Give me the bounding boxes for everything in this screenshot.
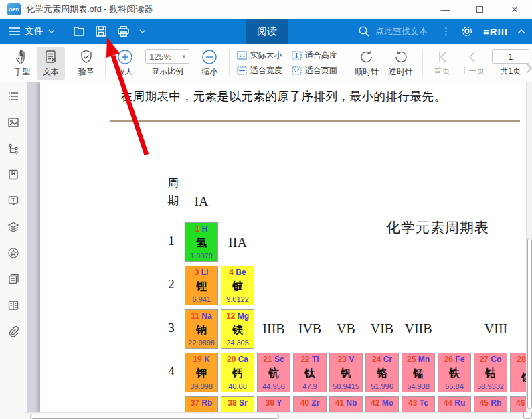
element-symbol: Tc [417,398,428,408]
thumbnails-icon[interactable] [7,116,19,129]
search-input[interactable]: 点此查找文本 [358,25,428,37]
atomic-mass: 51.996 [371,382,393,390]
horizontal-rule [110,120,520,122]
collapse-toolbar-icon[interactable] [517,29,525,34]
close-button[interactable]: ✕ [497,0,532,19]
atomic-mass: 6.941 [192,295,211,303]
element-symbol: V [347,355,354,364]
element-cell-Rb: 37 Rb铷 [185,396,218,412]
element-cell-Tc: 43 Tc锝 [402,396,435,412]
bookmark-icon[interactable] [7,169,19,181]
element-cell-Nb: 41 Nb铌 [329,396,363,412]
seal-star-icon[interactable] [7,247,19,259]
group-label-vb: VB [329,321,363,337]
element-symbol: Sc [272,355,284,364]
attachment-clip-icon[interactable] [7,325,19,337]
book-columns-icon[interactable] [7,299,19,311]
tab-read[interactable]: 阅读 [246,19,288,44]
next-page-icon[interactable] [524,61,532,76]
fit-page-button[interactable]: 适合页面 [292,65,337,76]
minimize-button[interactable]: — [428,0,462,19]
horizontal-scrollbar[interactable] [25,412,523,419]
navigation-sidebar [0,82,27,419]
element-symbol: Cr [381,355,392,364]
text-tool-button[interactable]: 文本 [37,47,66,80]
element-symbol: Co [489,355,501,364]
layers-icon[interactable] [7,221,19,233]
group-label-ia: IA [185,194,218,210]
file-menu-label: 文件 [25,25,43,37]
element-cell-Mo: 42 Mo钼 [365,396,399,412]
element-cell-Fe: 26 Fe铁55.84 [438,353,471,392]
element-symbol: Ca [236,355,248,364]
maximize-icon [476,6,483,13]
element-symbol: H [199,224,207,234]
element-name: 锰 [413,368,424,379]
semantic-tree-icon[interactable] [7,143,19,155]
element-name: 钛 [304,368,315,379]
file-menu-button[interactable]: 文件 [9,25,55,37]
outline-list-icon[interactable] [7,90,19,102]
atomic-number: 40 [300,398,309,408]
element-name: 镁 [232,325,243,335]
atomic-mass: 55.84 [445,382,464,390]
page-total: 共1页 [500,66,521,77]
fit-height-button[interactable]: 适合高度 [292,50,337,61]
print-icon[interactable] [116,25,130,38]
document-page: 在周期表中，元素是以元素的原子序排列，最小的排行最先。 周期 IA IIA II… [40,82,527,412]
verify-seal-button[interactable]: 验章 [72,47,100,80]
svg-text:1:1: 1:1 [239,53,245,58]
prev-page-icon [466,50,479,64]
annotation-icon[interactable] [7,195,19,207]
element-cell-Na: 11 Na钠22.9898 [185,309,218,349]
vertical-scrollbar[interactable] [526,82,532,412]
chevron-down-icon [48,29,55,33]
element-symbol: Ru [452,398,465,408]
open-folder-icon[interactable] [72,25,86,38]
fit-width-button[interactable]: 适合宽度 [237,65,282,76]
element-cell-Pd: 46 Pd钯 [510,396,527,412]
atomic-mass: 39.098 [190,382,213,390]
save-icon[interactable] [94,25,108,38]
group-label-iia: IIA [221,235,254,250]
zoom-out-button[interactable]: 缩小 [195,47,224,80]
group-label-vib: VIB [365,321,399,337]
more-options-icon[interactable]: ⋮ [441,25,451,37]
fit-height-icon [292,51,302,60]
atomic-number: 4 [229,268,234,277]
prev-page-button[interactable]: 上一页 [456,48,489,79]
element-symbol: Na [199,311,212,321]
atomic-number: 27 [480,355,489,364]
period-label: 周期 [167,174,182,210]
window-title: 化学元素周期表.ofd - 数科阅读器 [26,3,153,15]
rotate-clockwise-icon [359,49,375,65]
atomic-number: 12 [226,311,235,321]
element-cell-V: 23 V钒50.9415 [329,353,363,392]
rotate-counterclockwise-icon [393,49,409,65]
print-options-chevron-icon[interactable] [139,29,146,33]
zoom-in-button[interactable]: 放大 [110,47,139,80]
page-copies-icon[interactable] [7,273,19,285]
atomic-number: 26 [444,355,453,364]
rotate-clockwise-button[interactable]: 顺时针 [350,47,384,80]
atomic-number: 11 [191,311,199,321]
settings-gear-icon[interactable] [460,25,474,38]
horizontal-scrollbar-thumb[interactable] [30,414,279,419]
document-viewport[interactable]: 在周期表中，元素是以元素的原子序排列，最小的排行最先。 周期 IA IIA II… [27,82,532,412]
group-label-viii: VIII [472,321,519,337]
maximize-button[interactable] [462,0,497,19]
element-cell-Sr: 38 Sr锶 [221,396,254,412]
rotate-counterclockwise-button[interactable]: 逆时针 [383,47,418,80]
hand-tool-button[interactable]: 手型 [8,47,37,80]
actual-size-button[interactable]: 1:1 实际大小 [237,50,282,61]
element-name: 氢 [196,238,207,248]
atomic-mass: 24.305 [226,339,249,347]
atomic-number: 28 [517,355,526,364]
first-page-button[interactable]: 首页 [428,48,456,79]
vertical-scrollbar-thumb[interactable] [527,238,532,409]
element-name: 钪 [268,368,279,379]
main-toolbar: 文件 阅读 点此查找文本 ⋮ ≡RIII [0,19,532,44]
zoom-level-select[interactable]: 125% ▾ [145,49,189,64]
element-symbol: Mn [416,355,430,364]
element-symbol: Nb [344,398,357,408]
